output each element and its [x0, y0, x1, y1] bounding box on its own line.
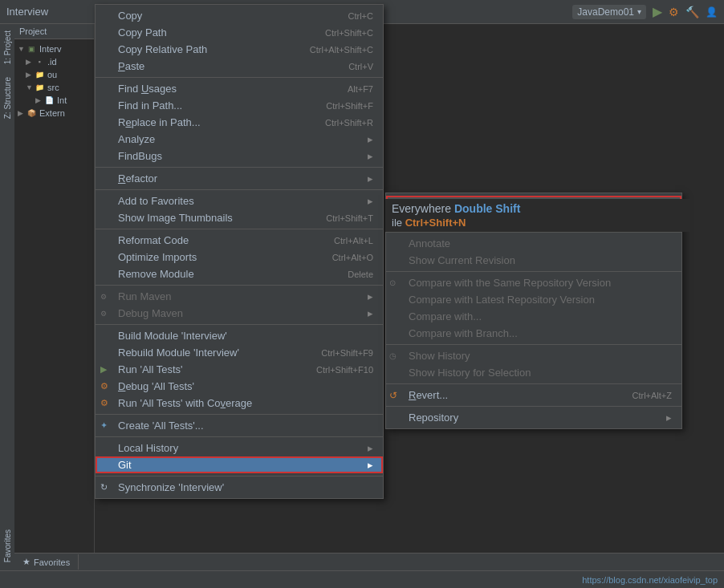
menu-item-find-usages[interactable]: Find Usages Alt+F7: [96, 80, 383, 97]
tree-item-id[interactable]: ▶ ▪ .id: [16, 55, 92, 68]
favorites-sidebar[interactable]: Favorites: [0, 522, 14, 570]
menu-separator: [96, 229, 383, 229]
settings-icon: ⚙: [100, 293, 107, 301]
tree-arrow: ▶: [18, 109, 26, 117]
sidebar-label-project[interactable]: 1: Project: [3, 24, 12, 71]
menu-item-copy[interactable]: Copy Ctrl+C: [96, 7, 383, 24]
menu-shortcut: Alt+F7: [348, 84, 373, 94]
folder-icon: ▪: [34, 56, 45, 67]
menu-label: Rebuild Module 'Interview': [118, 347, 239, 359]
tree-item-interv[interactable]: ▼ ▣ Interv: [16, 43, 92, 55]
menu-item-compare-latest-repo[interactable]: Compare with Latest Repository Version: [386, 291, 681, 308]
menu-label: Local History: [118, 442, 178, 454]
menu-item-show-image-thumbnails[interactable]: Show Image Thumbnails Ctrl+Shift+T: [96, 209, 383, 226]
menu-item-remove-module[interactable]: Remove Module Delete: [96, 266, 383, 282]
debug-icon: ⚙: [100, 381, 108, 391]
tree-label: src: [47, 83, 59, 92]
menu-label: Copy: [118, 10, 142, 22]
menu-label: Compare with Branch...: [409, 327, 518, 339]
build-button[interactable]: 🔨: [685, 6, 699, 18]
menu-item-show-history-selection[interactable]: Show History for Selection: [386, 364, 681, 381]
run-icon: ▶: [100, 364, 107, 375]
menu-item-refactor[interactable]: Refactor ▸: [96, 170, 383, 187]
menu-item-compare-with-branch[interactable]: Compare with Branch...: [386, 325, 681, 342]
menu-item-local-history[interactable]: Local History ▸: [96, 440, 383, 456]
module-icon: ▣: [26, 43, 37, 55]
status-url[interactable]: https://blog.csdn.net/xiaofeivip_top: [582, 575, 718, 585]
menu-item-compare-same-repo[interactable]: ⊙ Compare with the Same Repository Versi…: [386, 274, 681, 291]
menu-item-rebuild-module[interactable]: Rebuild Module 'Interview' Ctrl+Shift+F9: [96, 344, 383, 361]
menu-label: Run 'All Tests': [118, 363, 183, 375]
run-config[interactable]: JavaDemo01 ▾: [572, 5, 646, 19]
menu-item-replace-in-path[interactable]: Replace in Path... Ctrl+Shift+R: [96, 114, 383, 131]
menu-label: Compare with the Same Repository Version: [409, 277, 611, 289]
tree-item-int[interactable]: ▶ 📄 Int: [16, 94, 92, 107]
sidebar-label-structure[interactable]: Z: Structure: [3, 71, 12, 125]
tab-favorites[interactable]: ★ Favorites: [14, 554, 79, 570]
search-everywhere-label: Everywhere: [392, 202, 451, 215]
project-tree: ▼ ▣ Interv ▶ ▪ .id ▶ 📁 ou ▼ 📁 src ▶ 📄 In…: [14, 39, 94, 123]
menu-shortcut: Ctrl+V: [348, 62, 373, 71]
search-hint-row: Everywhere Double Shift: [392, 202, 684, 215]
menu-item-debug-maven[interactable]: ⚙ Debug Maven ▸: [96, 305, 383, 322]
menu-label: Show Current Revision: [409, 254, 515, 266]
menu-separator: [386, 271, 681, 272]
profile-button[interactable]: 👤: [706, 6, 718, 18]
menu-item-copy-relative-path[interactable]: Copy Relative Path Ctrl+Alt+Shift+C: [96, 41, 383, 58]
menu-item-paste[interactable]: Paste Ctrl+V: [96, 58, 383, 75]
menu-shortcut: Ctrl+Shift+T: [326, 213, 373, 223]
tree-arrow: ▶: [26, 71, 34, 79]
menu-item-build-module[interactable]: Build Module 'Interview': [96, 327, 383, 344]
src-icon: 📁: [34, 82, 45, 93]
tree-item-src[interactable]: ▼ 📁 src: [16, 81, 92, 94]
menu-separator: [96, 414, 383, 415]
menu-item-revert[interactable]: ↺ Revert... Ctrl+Alt+Z: [386, 387, 681, 403]
menu-label: Run 'All Tests' with Coverage: [118, 397, 252, 409]
menu-item-git[interactable]: Git ▸: [96, 456, 383, 473]
menu-shortcut: Ctrl+Shift+F10: [316, 365, 373, 375]
menu-item-analyze[interactable]: Analyze ▸: [96, 131, 383, 148]
menu-item-compare-with[interactable]: Compare with...: [386, 308, 681, 325]
menu-item-findbugs[interactable]: FindBugs ▸: [96, 148, 383, 164]
menu-label: Copy Path: [118, 26, 167, 39]
menu-label: Repository: [409, 412, 458, 424]
run-button[interactable]: ▶: [653, 4, 662, 19]
menu-item-run-maven[interactable]: ⚙ Run Maven ▸: [96, 288, 383, 305]
status-bar: https://blog.csdn.net/xiaofeivip_top: [0, 570, 724, 588]
menu-item-synchronize[interactable]: ↻ Synchronize 'Interview': [96, 479, 383, 496]
tree-item-ou[interactable]: ▶ 📁 ou: [16, 68, 92, 81]
menu-shortcut: Ctrl+C: [348, 11, 373, 21]
submenu-arrow-icon: ▸: [368, 442, 373, 454]
menu-item-reformat-code[interactable]: Reformat Code Ctrl+Alt+L: [96, 232, 383, 249]
tree-item-extern[interactable]: ▶ 📦 Extern: [16, 107, 92, 120]
menu-item-show-history[interactable]: ◷ Show History: [386, 347, 681, 364]
menu-item-copy-path[interactable]: Copy Path Ctrl+Shift+C: [96, 24, 383, 41]
menu-item-annotate[interactable]: Annotate: [386, 235, 681, 252]
coverage-icon: ⚙: [100, 398, 108, 408]
menu-item-add-to-favorites[interactable]: Add to Favorites ▸: [96, 193, 383, 209]
menu-separator: [386, 344, 681, 345]
settings-icon: ⚙: [100, 310, 107, 318]
submenu-arrow-icon: ▸: [368, 172, 373, 185]
menu-label: Paste: [118, 60, 144, 72]
debug-button[interactable]: ⚙: [669, 6, 679, 18]
menu-shortcut: Ctrl+Shift+R: [325, 118, 373, 128]
favorites-label: Favorites: [3, 529, 12, 562]
menu-label: Copy Relative Path: [118, 43, 207, 55]
submenu-arrow-icon: ▸: [368, 459, 373, 471]
navigate-hint-row: ile Ctrl+Shift+N: [392, 217, 684, 229]
menu-shortcut: Delete: [348, 270, 373, 279]
menu-item-find-in-path[interactable]: Find in Path... Ctrl+Shift+F: [96, 97, 383, 114]
menu-label: Compare with...: [409, 310, 482, 322]
menu-item-run-all-tests[interactable]: ▶ Run 'All Tests' Ctrl+Shift+F10: [96, 361, 383, 378]
menu-item-create-all-tests[interactable]: ✦ Create 'All Tests'...: [96, 417, 383, 434]
menu-item-optimize-imports[interactable]: Optimize Imports Ctrl+Alt+O: [96, 249, 383, 266]
menu-item-repository[interactable]: Repository ▸: [386, 409, 681, 426]
menu-item-run-with-coverage[interactable]: ⚙ Run 'All Tests' with Coverage: [96, 395, 383, 412]
menu-label: Show Image Thumbnails: [118, 212, 233, 224]
menu-item-debug-all-tests[interactable]: ⚙ Debug 'All Tests': [96, 378, 383, 395]
menu-label: Find in Path...: [118, 99, 182, 112]
menu-item-show-current-revision[interactable]: Show Current Revision: [386, 252, 681, 269]
navigate-shortcut: Ctrl+Shift+N: [405, 217, 466, 229]
menu-label: Synchronize 'Interview': [118, 481, 224, 493]
